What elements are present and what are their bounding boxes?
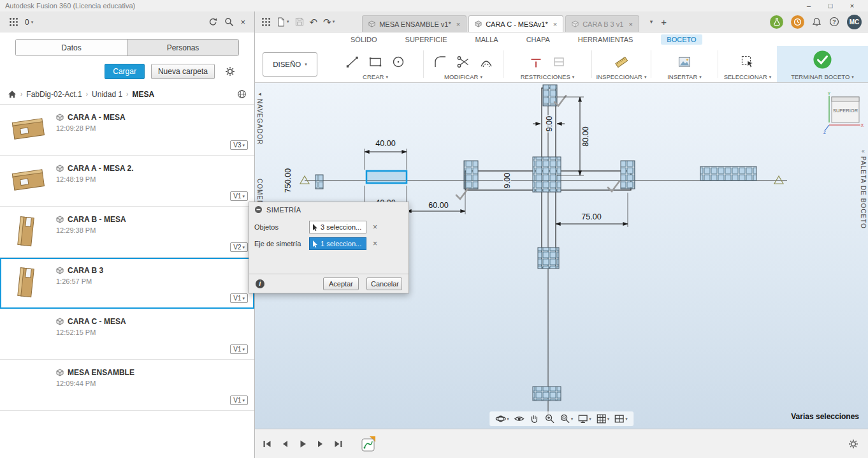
refresh-icon[interactable] xyxy=(208,17,218,27)
accept-button[interactable]: Aceptar xyxy=(323,277,359,290)
breadcrumb-folder[interactable]: Unidad 1 xyxy=(92,90,122,99)
orbit-icon[interactable]: ▾ xyxy=(495,413,509,424)
dimension-label[interactable]: 40.00 xyxy=(375,139,395,148)
viewports-icon[interactable]: ▾ xyxy=(614,413,628,424)
cancel-button[interactable]: Cancelar xyxy=(366,277,402,290)
doc-tab[interactable]: CARA B 3 v1 × xyxy=(565,15,639,32)
tab-datos[interactable]: Datos xyxy=(16,40,127,55)
save-icon[interactable] xyxy=(295,17,304,26)
timeline-play-button[interactable] xyxy=(297,440,308,448)
timeline-step-forward-button[interactable] xyxy=(315,440,326,448)
insertar-menu[interactable]: INSERTAR ▾ xyxy=(653,73,716,80)
inspeccionar-menu[interactable]: INSPECCIONAR ▾ xyxy=(593,73,649,80)
tab-list-dropdown-icon[interactable]: ▾ xyxy=(650,18,653,25)
help-icon[interactable]: ? xyxy=(829,17,839,27)
dimension-label[interactable]: 75.00 xyxy=(581,212,601,221)
dimension-label[interactable]: 9.00 xyxy=(545,116,554,131)
model-canvas[interactable]: 40.00 750.00 40.00 60.00 9.00 xyxy=(255,83,868,429)
app-grid-icon[interactable] xyxy=(9,17,18,27)
close-button[interactable]: × xyxy=(841,2,863,10)
new-tab-button[interactable]: + xyxy=(658,17,669,27)
restricciones-menu[interactable]: RESTRICCIONES ▾ xyxy=(505,73,590,80)
dialog-header[interactable]: SIMETRÍA xyxy=(249,202,409,217)
info-icon[interactable]: i xyxy=(256,279,264,288)
new-file-icon[interactable]: ▾ xyxy=(277,17,289,27)
axis-clear-icon[interactable]: × xyxy=(373,239,377,248)
finish-sketch-check-icon[interactable] xyxy=(813,49,833,70)
extensions-icon[interactable] xyxy=(770,15,783,29)
globe-icon[interactable] xyxy=(237,89,247,99)
dialog-collapse-icon[interactable] xyxy=(254,205,263,214)
redo-icon[interactable]: ↷ ▾ xyxy=(323,17,335,27)
workspace-selector[interactable]: DISEÑO ▾ xyxy=(263,52,317,77)
notification-count-dropdown[interactable]: 0 ▾ xyxy=(25,18,33,27)
terminar-boceto-menu[interactable]: TERMINAR BOCETO ▾ xyxy=(791,73,854,80)
sketch-palette-flyout[interactable]: « PALETA DE BOCETO xyxy=(860,148,867,229)
axis-selection-field[interactable]: 1 seleccion... xyxy=(309,237,366,250)
horizontal-vertical-constraint-icon[interactable] xyxy=(528,54,544,70)
circle-tool-icon[interactable] xyxy=(390,54,407,70)
zoom-window-icon[interactable]: ▾ xyxy=(560,413,574,424)
tab-herramientas[interactable]: HERRAMIENTAS xyxy=(578,36,633,43)
crear-menu[interactable]: CREAR ▾ xyxy=(329,73,422,80)
viewcube[interactable]: Y X Z SUPERIOR xyxy=(823,92,864,134)
home-icon[interactable] xyxy=(8,90,17,99)
doc-tab[interactable]: MESA ENSAMBLE v1* × xyxy=(362,15,467,32)
rectangle-tool-icon[interactable] xyxy=(367,54,384,70)
maximize-button[interactable]: □ xyxy=(820,2,841,10)
look-at-icon[interactable] xyxy=(514,413,524,424)
trim-scissors-icon[interactable] xyxy=(455,54,472,70)
list-item[interactable]: CARA A - MESA 2. 12:48:19 PM V1 ▾ xyxy=(0,156,254,207)
timeline-go-end-button[interactable] xyxy=(333,440,344,448)
selected-profile[interactable] xyxy=(366,171,407,183)
navigator-flyout[interactable]: ◂ NAVEGADOR xyxy=(256,91,263,145)
dimension-label[interactable]: 60.00 xyxy=(428,201,448,210)
list-item[interactable]: MESA ENSAMBLE 12:09:44 PM V1 ▾ xyxy=(0,360,254,411)
timeline-step-back-button[interactable] xyxy=(279,440,291,448)
search-icon[interactable] xyxy=(224,17,234,27)
dimension-label[interactable]: 80.00 xyxy=(581,126,590,146)
item-version-badge[interactable]: V3 ▾ xyxy=(230,140,248,150)
item-version-badge[interactable]: V1 ▾ xyxy=(230,293,248,303)
tab-close-icon[interactable]: × xyxy=(456,20,460,28)
item-version-badge[interactable]: V1 ▾ xyxy=(230,344,248,354)
job-status-icon[interactable] xyxy=(791,15,804,29)
tab-chapa[interactable]: CHAPA xyxy=(526,36,550,43)
breadcrumb-project[interactable]: FabDig-02-Act.1 xyxy=(26,90,82,99)
timeline-settings-gear-icon[interactable] xyxy=(848,439,859,449)
pan-hand-icon[interactable] xyxy=(529,413,540,424)
select-tool-icon[interactable] xyxy=(739,54,756,70)
insert-image-icon[interactable] xyxy=(676,54,693,70)
seleccionar-menu[interactable]: SELECCIONAR ▾ xyxy=(720,73,776,80)
fillet-tool-icon[interactable] xyxy=(432,54,449,70)
close-panel-icon[interactable]: × xyxy=(240,17,245,27)
tab-personas[interactable]: Personas xyxy=(127,40,238,55)
modificar-menu[interactable]: MODIFICAR ▾ xyxy=(425,73,502,80)
notifications-bell-icon[interactable] xyxy=(812,17,821,27)
app-grid-icon[interactable] xyxy=(261,17,271,27)
tab-solido[interactable]: SÓLIDO xyxy=(351,36,377,43)
list-item[interactable]: CARA B - MESA 12:29:38 PM V2 ▾ xyxy=(0,207,254,258)
dimension-label[interactable]: 9.00 xyxy=(503,173,512,188)
tab-malla[interactable]: MALLA xyxy=(475,36,498,43)
list-item[interactable]: CARA C - MESA 12:52:15 PM V1 ▾ xyxy=(0,309,254,360)
list-item-selected[interactable]: CARA B 3 1:26:57 PM V1 ▾ xyxy=(0,258,254,309)
zoom-icon[interactable] xyxy=(544,413,555,424)
timeline-go-start-button[interactable] xyxy=(261,440,273,448)
upload-button[interactable]: Cargar xyxy=(105,64,145,79)
doc-tab-active[interactable]: CARA C - MESAv1* × xyxy=(468,15,563,32)
minimize-button[interactable]: – xyxy=(798,2,820,10)
constraint-disabled-icon[interactable] xyxy=(551,54,567,70)
grid-settings-icon[interactable]: ▾ xyxy=(596,413,610,424)
undo-icon[interactable]: ↶ xyxy=(310,17,318,27)
user-avatar[interactable]: MC xyxy=(847,15,862,29)
item-version-badge[interactable]: V1 ▾ xyxy=(230,191,248,201)
item-version-badge[interactable]: V1 ▾ xyxy=(230,395,248,405)
panel-settings-gear-icon[interactable] xyxy=(225,66,235,77)
timeline-sketch-feature-marker[interactable] xyxy=(361,436,376,452)
objects-clear-icon[interactable]: × xyxy=(373,223,377,232)
new-folder-button[interactable]: Nueva carpeta xyxy=(151,64,215,79)
offset-tool-icon[interactable] xyxy=(478,54,495,70)
item-version-badge[interactable]: V2 ▾ xyxy=(230,242,248,252)
dimension-label[interactable]: 750.00 xyxy=(284,168,293,193)
